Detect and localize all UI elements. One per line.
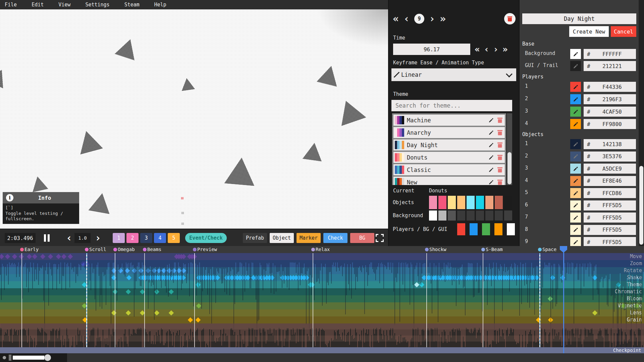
time-small-fwd-button[interactable]: › — [493, 44, 498, 54]
hex-value-field[interactable]: #FFF5D5 — [584, 225, 636, 235]
layer-button-1[interactable]: 1 — [113, 233, 125, 243]
palette-swatch[interactable] — [476, 210, 484, 221]
first-keyframe-button[interactable]: « — [393, 14, 399, 24]
speed-down-button[interactable]: ‹ — [66, 233, 72, 243]
color-picker-button[interactable] — [570, 176, 581, 186]
color-picker-button[interactable] — [570, 107, 581, 117]
marker-dot-preview[interactable] — [193, 248, 197, 251]
menu-item-steam[interactable]: Steam — [124, 2, 140, 8]
slider-track[interactable] — [13, 356, 44, 360]
color-picker-button[interactable] — [570, 213, 581, 223]
zoom-knob[interactable] — [44, 354, 51, 361]
hex-value-field[interactable]: #FFCD86 — [584, 188, 636, 198]
menu-item-view[interactable]: View — [58, 2, 70, 8]
hex-value-field[interactable]: #FFFFFF — [584, 49, 636, 59]
hex-value-field[interactable]: #FFF5D5 — [584, 200, 636, 210]
marker-dot-early[interactable] — [20, 248, 24, 251]
marker-dot-omegab[interactable] — [113, 248, 117, 251]
hex-value-field[interactable]: #FFF5D5 — [584, 237, 636, 247]
edit-theme-icon[interactable] — [488, 167, 494, 173]
hex-value-field[interactable]: #4CAF50 — [584, 107, 636, 117]
color-picker-button[interactable] — [570, 94, 581, 104]
time-small-back-button[interactable]: ‹ — [484, 44, 489, 54]
color-picker-button[interactable] — [570, 139, 581, 149]
keyframe-time-input[interactable] — [393, 44, 470, 55]
event-timeline[interactable]: EarlyScrollOmegabBeamsPreviewRelaxShockw… — [0, 246, 644, 362]
color-picker-button[interactable] — [570, 188, 581, 198]
palette-swatch[interactable] — [495, 196, 503, 209]
event-check-toggle[interactable]: Event/Check — [185, 233, 227, 243]
edit-theme-icon[interactable] — [488, 179, 494, 185]
timeline-zoom-slider[interactable] — [0, 353, 67, 362]
palette-swatch[interactable] — [495, 210, 503, 221]
edit-theme-icon[interactable] — [488, 117, 494, 123]
layer-button-2[interactable]: 2 — [126, 233, 139, 243]
playhead-line[interactable] — [563, 246, 564, 353]
menu-item-help[interactable]: Help — [154, 2, 166, 8]
hex-value-field[interactable]: #A5DCE9 — [584, 164, 636, 174]
palette-swatch[interactable] — [467, 196, 475, 209]
marker-dot-space[interactable] — [538, 248, 542, 251]
palette-swatch[interactable] — [438, 210, 446, 221]
palette-swatch[interactable] — [482, 223, 490, 235]
time-big-back-button[interactable]: « — [475, 44, 480, 54]
palette-swatch[interactable] — [470, 223, 478, 235]
marker-dot-beams[interactable] — [143, 248, 147, 251]
theme-editor-scrollbar[interactable] — [639, 0, 644, 246]
palette-swatch[interactable] — [457, 196, 465, 209]
delete-theme-icon[interactable] — [497, 130, 503, 136]
delete-theme-icon[interactable] — [497, 142, 503, 148]
delete-theme-icon[interactable] — [497, 167, 503, 173]
theme-name-input[interactable] — [522, 13, 636, 24]
palette-swatch[interactable] — [504, 210, 512, 221]
palette-swatch[interactable] — [429, 196, 437, 209]
palette-swatch[interactable] — [429, 210, 437, 221]
ease-dropdown[interactable]: Linear — [391, 68, 516, 81]
cancel-button[interactable]: Cancel — [611, 26, 636, 37]
delete-theme-icon[interactable] — [497, 155, 503, 161]
palette-swatch[interactable] — [438, 196, 446, 209]
theme-list-item[interactable]: Classic — [393, 164, 505, 175]
palette-swatch[interactable] — [507, 223, 515, 235]
checkpoint-row[interactable]: Checkpoint — [0, 347, 644, 353]
theme-list-item[interactable]: New — [393, 177, 505, 185]
palette-swatch[interactable] — [485, 210, 493, 221]
theme-list-item[interactable]: Anarchy — [393, 127, 505, 138]
marker-dot-s-beam[interactable] — [481, 248, 485, 251]
color-picker-button[interactable] — [570, 237, 581, 247]
hex-value-field[interactable]: #2196F3 — [584, 94, 636, 104]
theme-list-scrollbar[interactable] — [507, 113, 512, 185]
marker-dot-relax[interactable] — [311, 248, 315, 251]
palette-swatch[interactable] — [457, 210, 465, 221]
theme-list-item[interactable]: Donuts — [393, 152, 505, 163]
color-picker-button[interactable] — [570, 164, 581, 174]
mode-button-marker[interactable]: Marker — [297, 233, 321, 243]
marker-dot-shockw[interactable] — [425, 248, 429, 251]
edit-theme-icon[interactable] — [488, 155, 494, 161]
palette-swatch[interactable] — [485, 196, 493, 209]
pause-button[interactable] — [42, 233, 51, 243]
speed-up-button[interactable]: › — [95, 233, 101, 243]
palette-swatch[interactable] — [457, 223, 465, 235]
time-big-fwd-button[interactable]: » — [502, 44, 508, 54]
color-picker-button[interactable] — [570, 82, 581, 92]
theme-list-item[interactable]: Machine — [393, 115, 505, 126]
hex-value-field[interactable]: #EF8E46 — [584, 176, 636, 186]
last-keyframe-button[interactable]: » — [440, 14, 446, 24]
menu-item-file[interactable]: File — [5, 2, 17, 8]
edit-theme-icon[interactable] — [488, 130, 494, 136]
color-picker-button[interactable] — [570, 119, 581, 129]
palette-swatch[interactable] — [476, 196, 484, 209]
menu-item-edit[interactable]: Edit — [32, 2, 44, 8]
marker-bar[interactable]: EarlyScrollOmegabBeamsPreviewRelaxShockw… — [0, 246, 644, 253]
menu-item-settings[interactable]: Settings — [85, 2, 109, 8]
theme-search-input[interactable] — [391, 100, 512, 111]
color-picker-button[interactable] — [570, 61, 581, 71]
next-keyframe-button[interactable]: › — [429, 14, 435, 24]
hex-value-field[interactable]: #FF9800 — [584, 119, 636, 129]
mode-button-bg[interactable]: BG — [350, 233, 374, 243]
mode-button-check[interactable]: Check — [323, 233, 347, 243]
palette-swatch[interactable] — [448, 210, 456, 221]
hex-value-field[interactable]: #3E5376 — [584, 152, 636, 162]
color-picker-button[interactable] — [570, 49, 581, 59]
